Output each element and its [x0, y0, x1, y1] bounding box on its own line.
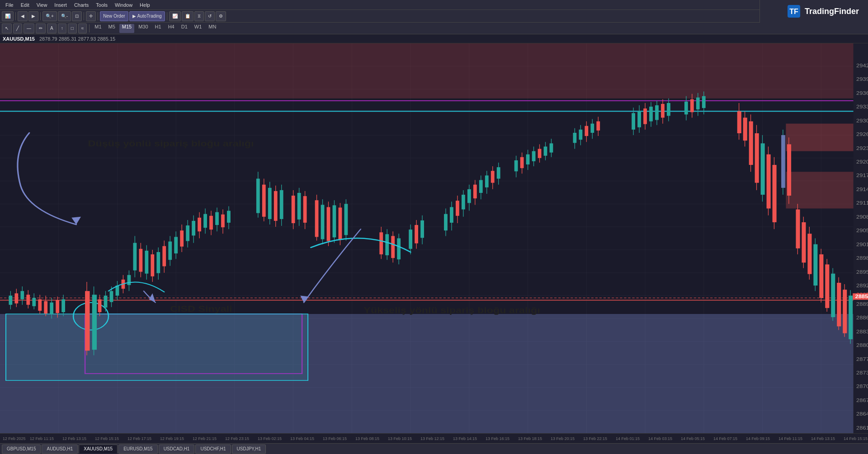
- sep2: [40, 12, 41, 20]
- cursor-tool[interactable]: ↖: [2, 23, 12, 33]
- date-label: 12 Feb 11:15: [30, 436, 62, 441]
- tab-xauusd[interactable]: XAUUSD,M15: [79, 445, 118, 454]
- zoom-out-btn[interactable]: 🔍-: [58, 11, 71, 21]
- svg-rect-121: [274, 191, 278, 221]
- tf-mn[interactable]: MN: [206, 24, 219, 33]
- svg-rect-199: [596, 122, 600, 131]
- tab-audusd[interactable]: AUDUSD,H1: [42, 445, 78, 454]
- svg-rect-235: [773, 165, 777, 222]
- svg-rect-223: [737, 111, 741, 133]
- svg-rect-85: [145, 251, 148, 274]
- svg-rect-67: [92, 295, 97, 350]
- svg-rect-71: [104, 295, 108, 307]
- menu-insert[interactable]: Insert: [51, 1, 71, 9]
- tf-m5[interactable]: M5: [106, 24, 118, 33]
- svg-text:2898.80: 2898.80: [856, 256, 868, 261]
- svg-rect-49: [20, 291, 24, 299]
- svg-rect-123: [280, 190, 283, 219]
- svg-rect-149: [397, 239, 401, 260]
- date-label: 14 Feb 03:15: [648, 436, 681, 441]
- crosshair-btn[interactable]: ✛: [86, 11, 96, 21]
- tf-h1[interactable]: H1: [152, 24, 164, 33]
- menu-tools[interactable]: Tools: [92, 1, 111, 9]
- zoom-in-btn[interactable]: 🔍+: [42, 11, 57, 21]
- menu-file[interactable]: File: [2, 1, 17, 9]
- svg-rect-207: [649, 107, 653, 121]
- pencil-tool[interactable]: ✏: [36, 23, 46, 33]
- period-sep-btn[interactable]: ⧖: [194, 11, 204, 21]
- svg-rect-83: [139, 249, 142, 272]
- date-label: 14 Feb 07:15: [713, 436, 746, 441]
- svg-text:2923.75: 2923.75: [856, 145, 868, 150]
- new-chart-btn[interactable]: 📊: [2, 11, 14, 21]
- hline-tool[interactable]: —: [24, 23, 34, 33]
- svg-text:2920.65: 2920.65: [856, 159, 868, 164]
- tab-usdjpy[interactable]: USDJPY,H1: [232, 445, 266, 454]
- svg-rect-107: [209, 216, 213, 229]
- refresh-btn[interactable]: ↺: [205, 11, 215, 21]
- chart-svg: Düşüş yönlü sipariş bloğu aralığı CISD S…: [0, 43, 868, 433]
- svg-rect-233: [767, 154, 771, 209]
- menu-help[interactable]: Help: [136, 1, 154, 9]
- svg-rect-97: [180, 230, 184, 247]
- svg-rect-237: [781, 135, 785, 188]
- menu-charts[interactable]: Charts: [71, 1, 92, 9]
- svg-text:CISD Sinyali: CISD Sinyali: [170, 304, 232, 313]
- tab-gbpusd[interactable]: GBPUSD,M15: [2, 445, 41, 454]
- svg-rect-225: [743, 117, 747, 140]
- tf-m30[interactable]: M30: [136, 24, 151, 33]
- menu-view[interactable]: View: [33, 1, 51, 9]
- toolbar: 📊 ◀ ▶ 🔍+ 🔍- ⊡ ✛ New Order ▶ AutoTrading …: [0, 10, 868, 23]
- forward-btn[interactable]: ▶: [28, 11, 38, 21]
- indicator-btn[interactable]: 📈: [169, 11, 181, 21]
- date-label: 12 Feb 21:15: [193, 436, 225, 441]
- text-tool[interactable]: A: [47, 23, 57, 33]
- menu-edit[interactable]: Edit: [17, 1, 33, 9]
- date-label: 12 Feb 19:15: [160, 436, 193, 441]
- svg-rect-157: [444, 214, 448, 231]
- tf-w1[interactable]: W1: [192, 24, 205, 33]
- svg-rect-243: [802, 222, 806, 262]
- template-btn[interactable]: 📋: [182, 11, 193, 21]
- tf-m1[interactable]: M1: [92, 24, 104, 33]
- tf-d1[interactable]: D1: [179, 24, 190, 33]
- svg-rect-57: [44, 301, 47, 314]
- svg-rect-111: [221, 215, 225, 227]
- menu-bar: TF TradingFinder File Edit View Insert C…: [0, 0, 868, 10]
- chart-info-bar: XAUUSD,M15 2878.79 2885.31 2877.93 2885.…: [0, 34, 868, 43]
- svg-rect-163: [462, 195, 465, 209]
- tab-eurusd[interactable]: EURUSD,M15: [118, 445, 157, 454]
- svg-rect-253: [831, 274, 835, 317]
- svg-rect-81: [133, 243, 137, 271]
- svg-text:2936.25: 2936.25: [856, 90, 868, 95]
- back-btn[interactable]: ◀: [18, 11, 28, 21]
- svg-rect-231: [761, 143, 765, 195]
- arrow-tool[interactable]: ↑: [58, 23, 66, 33]
- auto-trading-btn[interactable]: ▶ AutoTrading: [129, 11, 165, 21]
- tab-usdcad[interactable]: USDCAD,H1: [159, 445, 195, 454]
- new-order-btn[interactable]: New Order: [100, 11, 128, 21]
- date-label: 14 Feb 01:15: [616, 436, 648, 441]
- options-btn[interactable]: ⚙: [216, 11, 226, 21]
- tf-h4[interactable]: H4: [165, 24, 177, 33]
- chart-area[interactable]: Düşüş yönlü sipariş bloğu aralığı CISD S…: [0, 43, 868, 433]
- fit-btn[interactable]: ⊡: [72, 11, 82, 21]
- svg-rect-151: [409, 229, 412, 249]
- svg-rect-255: [837, 283, 841, 326]
- date-label: 14 Feb 15:15: [844, 436, 868, 441]
- menu-window[interactable]: Window: [111, 1, 136, 9]
- svg-text:2895.70: 2895.70: [856, 269, 868, 274]
- svg-rect-61: [56, 300, 59, 313]
- fib-tool[interactable]: ≈: [78, 23, 87, 33]
- svg-rect-53: [32, 298, 36, 306]
- line-tool[interactable]: ╱: [13, 23, 22, 33]
- svg-rect-195: [585, 126, 588, 136]
- svg-text:2889.45: 2889.45: [856, 301, 868, 306]
- tf-m15[interactable]: M15: [119, 24, 134, 33]
- tab-usdchf[interactable]: USDCHF,H1: [195, 445, 231, 454]
- svg-rect-91: [162, 246, 166, 267]
- date-label: 13 Feb 06:15: [323, 436, 355, 441]
- rect-tool[interactable]: □: [68, 23, 77, 33]
- svg-text:2914.40: 2914.40: [856, 187, 868, 192]
- svg-text:2917.50: 2917.50: [856, 173, 868, 178]
